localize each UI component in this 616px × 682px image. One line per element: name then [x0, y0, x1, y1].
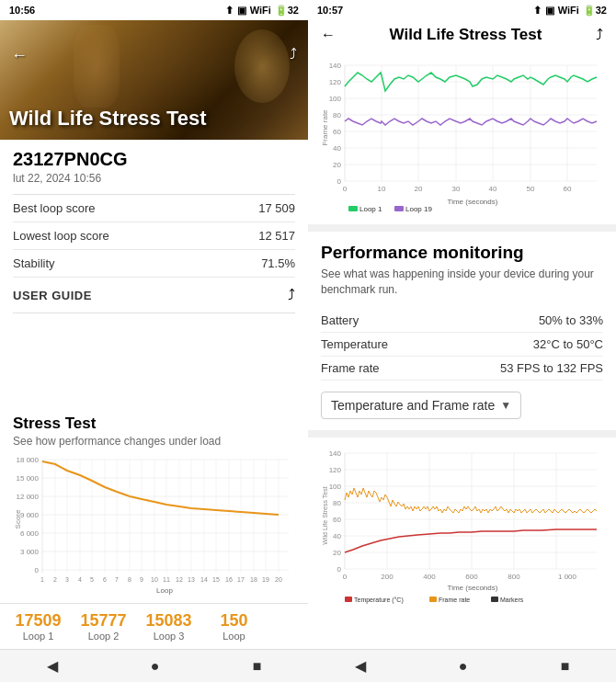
svg-text:60: 60 — [333, 516, 341, 524]
svg-text:15 000: 15 000 — [17, 474, 40, 483]
svg-text:3: 3 — [65, 576, 69, 583]
share-icon-right[interactable]: ⤴ — [596, 27, 603, 43]
battery-left: 🔋32 — [275, 5, 299, 17]
svg-text:2: 2 — [53, 576, 57, 583]
svg-text:18 000: 18 000 — [17, 456, 40, 464]
stat-row-best: Best loop score 17 509 — [13, 195, 295, 222]
hero-title: Wild Life Stress Test — [9, 107, 207, 131]
back-nav-left[interactable]: ◀ — [47, 657, 58, 675]
svg-text:Loop: Loop — [156, 586, 173, 595]
frame-chart-svg: 140 120 100 80 60 40 20 0 Frame rate — [321, 59, 603, 215]
loop-label-1: Loop 1 — [23, 631, 54, 642]
temp-chart-section: 140 120 100 80 60 40 20 0 Wild Life Stre… — [308, 438, 616, 618]
battery-right: 🔋32 — [583, 5, 607, 17]
loop-scores: 17509 Loop 1 15777 Loop 2 15083 Loop 3 1… — [0, 603, 308, 649]
loop-score-2: 15777 — [80, 611, 126, 631]
svg-text:8: 8 — [128, 576, 131, 583]
chevron-down-icon: ▼ — [500, 399, 511, 412]
loop-item-4: 150 Loop — [209, 611, 259, 642]
svg-text:100: 100 — [329, 95, 342, 103]
temp-chart-container: 140 120 100 80 60 40 20 0 Wild Life Stre… — [321, 447, 603, 612]
perf-val-battery: 50% to 33% — [539, 313, 603, 327]
back-nav-right[interactable]: ◀ — [355, 657, 366, 675]
stress-chart: 18 000 15 000 12 000 9 000 6 000 3 000 0… — [13, 455, 295, 597]
sim-icon: ▣ — [237, 5, 246, 17]
loop-item-2: 15777 Loop 2 — [78, 611, 129, 642]
svg-text:100: 100 — [329, 483, 342, 491]
dropdown-label: Temperature and Frame rate — [331, 398, 495, 413]
svg-text:140: 140 — [329, 449, 342, 458]
svg-text:Time (seconds): Time (seconds) — [448, 198, 498, 206]
status-bar-right: 10:57 ⬆ ▣ WiFi 🔋32 — [308, 0, 616, 20]
dropdown-button[interactable]: Temperature and Frame rate ▼ — [321, 392, 521, 419]
svg-text:40: 40 — [333, 532, 341, 540]
svg-rect-90 — [394, 206, 404, 211]
stress-section: Stress Test See how performance changes … — [0, 405, 308, 603]
svg-text:60: 60 — [564, 185, 572, 193]
svg-text:40: 40 — [489, 185, 497, 193]
svg-text:Frame rate: Frame rate — [439, 597, 470, 603]
recents-nav-right[interactable]: ■ — [561, 658, 570, 675]
status-icons-left: ⬆ ▣ WiFi 🔋32 — [225, 5, 299, 17]
nav-bar-right: ◀ ● ■ — [308, 649, 616, 682]
home-nav-left[interactable]: ● — [151, 658, 160, 675]
right-content: 140 120 100 80 60 40 20 0 Frame rate — [308, 50, 616, 649]
svg-text:13: 13 — [188, 576, 195, 583]
top-nav-left: ← ⤴ — [0, 40, 308, 71]
stress-subtitle: See how performance changes under load — [13, 435, 295, 448]
perf-key-temp: Temperature — [321, 337, 388, 351]
svg-text:9 000: 9 000 — [20, 511, 40, 519]
stat-row-stability: Stability 71.5% — [13, 250, 295, 278]
user-guide-row[interactable]: USER GUIDE ⤴ — [13, 278, 295, 313]
svg-text:120: 120 — [329, 78, 342, 86]
frame-chart-container: 140 120 100 80 60 40 20 0 Frame rate — [321, 59, 603, 215]
device-id: 23127PN0CG — [13, 149, 295, 170]
svg-text:10: 10 — [378, 185, 386, 193]
content-area-left: 23127PN0CG lut 22, 2024 10:56 Best loop … — [0, 140, 308, 405]
date-line: lut 22, 2024 10:56 — [13, 172, 295, 185]
back-arrow-right[interactable]: ← — [321, 27, 336, 43]
stress-title: Stress Test — [13, 415, 295, 433]
share-icon-guide[interactable]: ⤴ — [288, 287, 295, 303]
svg-text:0: 0 — [343, 573, 348, 581]
svg-text:4: 4 — [78, 576, 82, 583]
svg-text:17: 17 — [237, 576, 245, 583]
svg-text:11: 11 — [163, 576, 170, 583]
stat-row-lowest: Lowest loop score 12 517 — [13, 222, 295, 250]
back-arrow-left[interactable]: ← — [11, 46, 28, 65]
perf-row-fps: Frame rate 53 FPS to 132 FPS — [321, 357, 603, 381]
svg-text:0: 0 — [337, 565, 342, 574]
svg-text:80: 80 — [333, 111, 341, 119]
svg-text:12: 12 — [176, 576, 183, 583]
svg-text:40: 40 — [333, 144, 341, 153]
svg-text:200: 200 — [381, 573, 394, 581]
perf-key-fps: Frame rate — [321, 361, 380, 375]
recents-nav-left[interactable]: ■ — [253, 658, 262, 675]
status-icons-right: ⬆ ▣ WiFi 🔋32 — [533, 5, 607, 17]
home-nav-right[interactable]: ● — [459, 658, 468, 675]
svg-text:20: 20 — [415, 185, 423, 193]
svg-text:0: 0 — [35, 566, 40, 574]
signal-icon: ⬆ — [225, 5, 234, 17]
stat-value-stability: 71.5% — [261, 256, 295, 270]
perf-row-temp: Temperature 32°C to 50°C — [321, 333, 603, 357]
svg-text:Time (seconds): Time (seconds) — [448, 584, 498, 592]
perf-section: Performance monitoring See what was happ… — [308, 232, 616, 438]
svg-text:15: 15 — [212, 576, 220, 583]
signal-icon-right: ⬆ — [533, 5, 542, 17]
svg-text:16: 16 — [225, 576, 233, 583]
svg-text:20: 20 — [333, 161, 341, 169]
svg-text:60: 60 — [333, 128, 341, 136]
svg-text:19: 19 — [262, 576, 269, 583]
svg-text:400: 400 — [423, 573, 436, 581]
loop-label-4: Loop — [222, 631, 245, 642]
svg-text:5: 5 — [90, 576, 94, 583]
svg-text:Wild Life Stress Test: Wild Life Stress Test — [322, 486, 328, 544]
svg-text:18: 18 — [250, 576, 257, 583]
svg-rect-122 — [345, 597, 352, 602]
share-icon-left[interactable]: ⤴ — [290, 46, 297, 65]
temp-chart-svg: 140 120 100 80 60 40 20 0 Wild Life Stre… — [321, 447, 603, 612]
left-panel: 10:56 ⬆ ▣ WiFi 🔋32 Wild Life Stress Test… — [0, 0, 308, 682]
perf-val-temp: 32°C to 50°C — [533, 337, 603, 351]
stat-value-lowest: 12 517 — [258, 229, 295, 243]
